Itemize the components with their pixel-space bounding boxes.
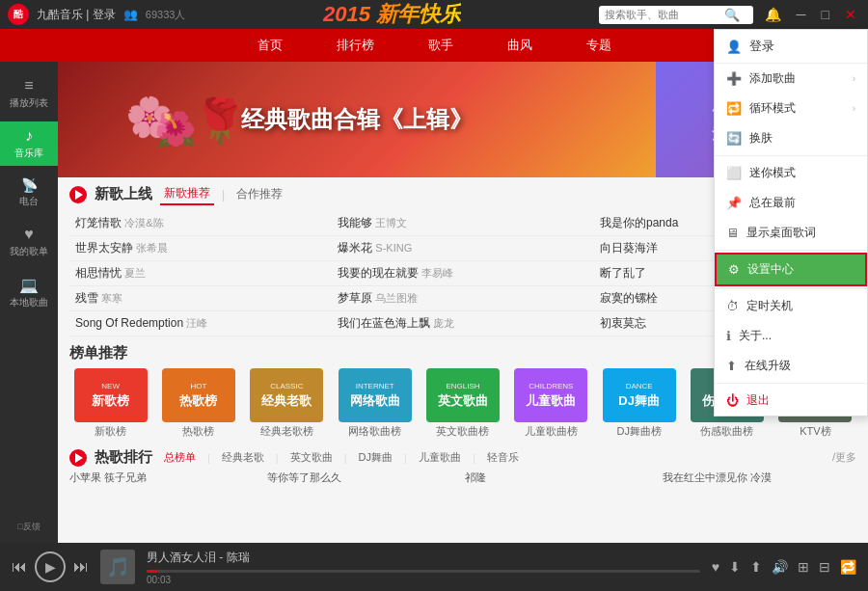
dropdown-menu-item[interactable]: ➕ 添加歌曲 › xyxy=(715,64,867,94)
nav-home[interactable]: 首页 xyxy=(250,31,290,60)
bell-icon[interactable]: 🔔 xyxy=(761,7,785,22)
chart-type-label: CHILDRENS xyxy=(529,382,573,390)
titlebar: 酷 九酷音乐 | 登录 👥 69333人 2015 新年快乐 🔍 🔔 ─ □ ✕ xyxy=(0,0,868,29)
new-year-banner: 2015 新年快乐 xyxy=(185,0,598,29)
dropdown-menu-item[interactable]: 🖥 显示桌面歌词 xyxy=(715,218,867,248)
dropdown-menu-item[interactable]: 🔁 循环模式 › xyxy=(715,94,867,123)
song-name: 世界太安静 xyxy=(75,241,133,255)
eq-button[interactable]: ⊞ xyxy=(798,559,809,575)
chart-item[interactable]: ENGLISH 英文歌曲 英文歌曲榜 xyxy=(421,368,503,439)
chart-item[interactable]: CLASSIC 经典老歌 经典老歌榜 xyxy=(246,368,328,439)
nav-artists[interactable]: 歌手 xyxy=(420,31,461,60)
playlist-icon: ≡ xyxy=(24,77,33,94)
dropdown-menu-item[interactable]: ⬜ 迷你模式 xyxy=(715,158,867,188)
chart-item[interactable]: CHILDRENS 儿童歌曲 儿童歌曲榜 xyxy=(510,368,592,439)
repeat-button[interactable]: 🔁 xyxy=(840,559,856,575)
hot-tab[interactable]: 经典老歌 xyxy=(218,448,268,467)
dropdown-menu-item[interactable]: ⏱ 定时关机 xyxy=(715,291,867,321)
lyrics-button[interactable]: ⊟ xyxy=(819,559,830,575)
song-name: Song Of Redemption xyxy=(75,316,183,330)
radio-icon: 📡 xyxy=(21,177,38,193)
song-name: 初衷莫忘 xyxy=(600,316,646,330)
song-artist: 夏兰 xyxy=(124,267,146,279)
nav-special[interactable]: 专题 xyxy=(579,31,619,60)
next-button[interactable]: ⏭ xyxy=(73,558,89,576)
dropdown-menu-item[interactable]: 📌 总在最前 xyxy=(715,188,867,218)
download-button[interactable]: ⬇ xyxy=(729,559,741,575)
dropdown-item-label: 换肤 xyxy=(749,130,773,147)
users-count: 69333人 xyxy=(146,8,186,22)
volume-button[interactable]: 🔊 xyxy=(772,559,788,575)
new-songs-tab-recommended[interactable]: 新歌推荐 xyxy=(160,183,214,205)
dropdown-item-icon: ⏻ xyxy=(726,393,739,408)
hot-song-item[interactable]: 等你等了那么久 xyxy=(267,470,461,485)
hot-songs-row: 小苹果 筷子兄弟等你等了那么久祁隆我在红尘中漂见你 冷漠 xyxy=(69,470,856,485)
minimize-button[interactable]: ─ xyxy=(793,7,810,22)
app-title: 九酷音乐 | 登录 xyxy=(37,7,116,23)
dropdown-item-icon: ⏱ xyxy=(726,299,739,313)
tab-separator: | xyxy=(207,452,210,464)
sidebar-library-label: 音乐库 xyxy=(14,147,43,160)
hot-tab[interactable]: 总榜单 xyxy=(160,448,200,467)
dropdown-menu-item[interactable]: ⚙ 设置中心 xyxy=(715,253,867,286)
search-icon[interactable]: 🔍 xyxy=(724,8,740,22)
player-progress-bar[interactable] xyxy=(147,570,700,573)
sidebar-item-library[interactable]: ♪ 音乐库 xyxy=(0,121,58,166)
new-songs-tab-partner[interactable]: 合作推荐 xyxy=(232,184,286,204)
song-name: 断了乱了 xyxy=(600,266,646,280)
favorite-button[interactable]: ♥ xyxy=(712,559,719,575)
sidebar-item-playlist[interactable]: ≡ 播放列表 xyxy=(0,71,58,116)
sidebar-item-local[interactable]: 💻 本地歌曲 xyxy=(0,270,58,315)
close-button[interactable]: ✕ xyxy=(841,7,860,22)
new-songs-play-button[interactable] xyxy=(69,186,87,203)
hot-tab[interactable]: 儿童歌曲 xyxy=(415,448,465,467)
dropdown-login[interactable]: 👤 登录 xyxy=(715,30,867,64)
hot-tab[interactable]: DJ舞曲 xyxy=(355,448,396,467)
prev-button[interactable]: ⏮ xyxy=(12,558,27,576)
search-bar[interactable]: 🔍 xyxy=(599,6,753,24)
dropdown-item-icon: 🔁 xyxy=(726,101,742,116)
dropdown-item-label: 显示桌面歌词 xyxy=(746,225,816,241)
sidebar-radio-label: 电台 xyxy=(19,195,39,208)
hot-song-item[interactable]: 我在红尘中漂见你 冷漠 xyxy=(663,470,856,485)
player-song-title: 男人酒女人泪 - 陈瑞 xyxy=(147,550,700,566)
song-name: 残雪 xyxy=(75,291,98,305)
sidebar-item-radio[interactable]: 📡 电台 xyxy=(0,172,58,214)
dropdown-menu-item[interactable]: ⬆ 在线升级 xyxy=(715,351,867,381)
hot-song-item[interactable]: 祁隆 xyxy=(465,470,659,485)
chart-item[interactable]: INTERNET 网络歌曲 网络歌曲榜 xyxy=(334,368,416,439)
hot-song-item[interactable]: 小苹果 筷子兄弟 xyxy=(69,470,263,485)
sidebar-item-favorites[interactable]: ♥ 我的歌单 xyxy=(0,220,58,264)
album-art: 🎵 xyxy=(100,550,135,584)
restore-button[interactable]: □ xyxy=(818,7,833,22)
play-pause-button[interactable]: ▶ xyxy=(35,551,66,582)
hot-play-button[interactable] xyxy=(69,449,87,467)
dropdown-menu-item[interactable]: 🔄 换肤 xyxy=(715,123,867,153)
song-artist: 李易峰 xyxy=(421,267,453,279)
chart-name: 新歌榜 xyxy=(92,392,129,410)
nav-charts[interactable]: 排行榜 xyxy=(329,31,382,60)
song-name: 相思情忧 xyxy=(75,266,122,280)
share-button[interactable]: ⬆ xyxy=(750,559,762,575)
sidebar-item-feedback[interactable]: □反馈 xyxy=(0,515,58,539)
hot-tab[interactable]: 英文歌曲 xyxy=(286,448,337,467)
chart-label: 热歌榜 xyxy=(182,424,214,439)
hot-tab[interactable]: 轻音乐 xyxy=(483,448,523,467)
chart-item[interactable]: NEW 新歌榜 新歌榜 xyxy=(69,368,151,439)
nav-genre[interactable]: 曲风 xyxy=(500,31,540,60)
dropdown-item-icon: ⬜ xyxy=(726,166,742,180)
play-triangle-icon xyxy=(75,190,83,200)
chart-item[interactable]: DANCE DJ舞曲 DJ舞曲榜 xyxy=(598,368,680,439)
chart-type-label: ENGLISH xyxy=(446,382,479,390)
dropdown-menu-item[interactable]: ℹ 关于... xyxy=(715,321,867,351)
hot-tabs: 总榜单 | 经典老歌 | 英文歌曲 | DJ舞曲 | 儿童歌曲 | 轻音乐 xyxy=(160,448,523,467)
dropdown-menu-item[interactable]: ⏻ 退出 xyxy=(715,386,867,416)
song-artist: 张希晨 xyxy=(136,242,168,254)
player-controls: ⏮ ▶ ⏭ xyxy=(12,551,89,582)
song-name: 我能够 xyxy=(338,216,372,229)
new-songs-title: 新歌上线 xyxy=(95,185,152,203)
search-input[interactable] xyxy=(605,9,720,20)
hot-more-link[interactable]: /更多 xyxy=(832,450,856,465)
chart-item[interactable]: HOT 热歌榜 热歌榜 xyxy=(157,368,239,439)
library-icon: ♪ xyxy=(25,127,33,145)
